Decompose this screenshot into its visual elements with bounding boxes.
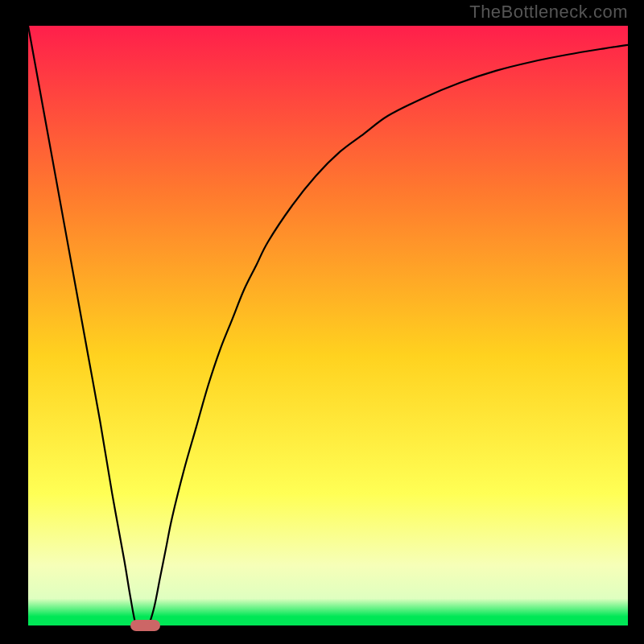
bottleneck-chart bbox=[28, 26, 628, 625]
watermark-text: TheBottleneck.com bbox=[469, 2, 628, 23]
gradient-background bbox=[28, 26, 628, 625]
chart-frame: TheBottleneck.com bbox=[0, 0, 644, 644]
optimal-range-marker bbox=[130, 620, 160, 631]
plot-area bbox=[28, 26, 628, 625]
